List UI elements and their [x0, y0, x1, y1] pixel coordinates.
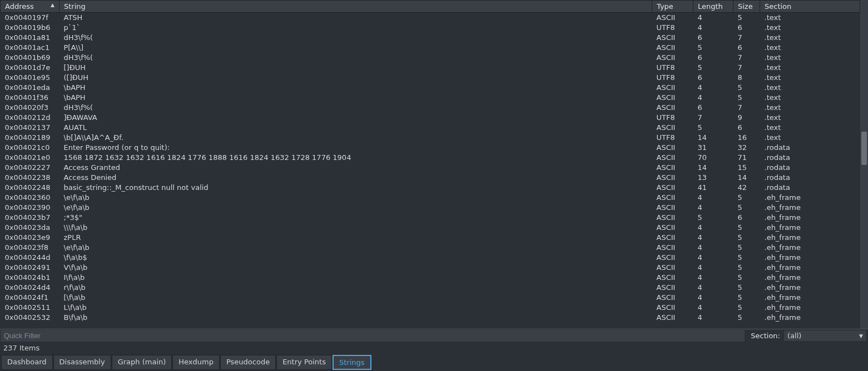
cell-addr: 0x004021c0: [1, 143, 59, 153]
cell-size: 15: [733, 163, 760, 173]
table-row[interactable]: 0x0040244d\f\a\b$ASCII45.eh_frame: [1, 253, 860, 263]
cell-len: 5: [693, 123, 733, 133]
tab-hexdump[interactable]: Hexdump: [172, 355, 220, 370]
cell-type: ASCII: [652, 263, 693, 273]
cell-str: AUATL: [59, 123, 652, 133]
tab-strings[interactable]: Strings: [333, 355, 371, 370]
cell-sec: .text: [760, 103, 860, 113]
table-row[interactable]: 0x00402227Access GrantedASCII1415.rodata: [1, 163, 860, 173]
cell-size: 5: [733, 203, 760, 213]
table-row[interactable]: 0x00401f36\bAPHASCII45.text: [1, 93, 860, 103]
table-row[interactable]: 0x00401a81dH3\f%(ASCII67.text: [1, 33, 860, 43]
vertical-scrollbar[interactable]: [860, 0, 868, 329]
table-row[interactable]: 0x00401ac1P[A\\]ASCII56.text: [1, 43, 860, 53]
cell-addr: 0x00401b69: [1, 53, 59, 63]
col-header-address[interactable]: Address ▲: [1, 1, 59, 13]
cell-len: 14: [693, 163, 733, 173]
cell-type: ASCII: [652, 183, 693, 193]
table-row[interactable]: 0x004023e9zPLRASCII45.eh_frame: [1, 233, 860, 243]
table-row[interactable]: 0x00402137AUATLASCII56.text: [1, 123, 860, 133]
table-row[interactable]: 0x004023b7;*3$"ASCII56.eh_frame: [1, 213, 860, 223]
cell-addr: 0x004024f1: [1, 293, 59, 303]
tab-disassembly[interactable]: Disassembly: [53, 355, 111, 370]
table-row[interactable]: 0x004021c0Enter Password (or q to quit):…: [1, 143, 860, 153]
tab-pseudocode[interactable]: Pseudocode: [220, 355, 276, 370]
cell-len: 4: [693, 13, 733, 23]
table-row[interactable]: 0x004021e01568 1872 1632 1632 1616 1824 …: [1, 153, 860, 163]
cell-str: L\f\a\b: [59, 303, 652, 313]
table-row[interactable]: 0x004019b6p`1`UTF846.text: [1, 23, 860, 33]
cell-sec: .eh_frame: [760, 203, 860, 213]
col-header-size[interactable]: Size: [733, 1, 760, 13]
col-header-section[interactable]: Section: [760, 1, 860, 13]
col-header-label: Section: [765, 2, 791, 11]
table-row[interactable]: 0x00402189\b[]A\\A]A^A_Đf.UTF81416.text: [1, 133, 860, 143]
cell-addr: 0x0040212d: [1, 113, 59, 123]
cell-size: 5: [733, 233, 760, 243]
section-filter-select[interactable]: (all) ▼: [783, 330, 867, 342]
table-row[interactable]: 0x004024d4r\f\a\bASCII45.eh_frame: [1, 283, 860, 293]
cell-size: 5: [733, 93, 760, 103]
col-header-label: Address: [5, 2, 34, 11]
filter-bar: Section: (all) ▼: [0, 329, 868, 342]
table-row[interactable]: 0x00401e95([]ĐUHUTF868.text: [1, 73, 860, 83]
section-filter-label: Section:: [745, 332, 783, 340]
col-header-label: Length: [698, 2, 723, 11]
cell-str: V\f\a\b: [59, 263, 652, 273]
cell-size: 6: [733, 43, 760, 53]
cell-size: 7: [733, 33, 760, 43]
cell-len: 6: [693, 53, 733, 63]
table-scroll[interactable]: Address ▲ String Type Length Size Sectio…: [0, 0, 860, 329]
cell-size: 16: [733, 133, 760, 143]
tab-graph-main-[interactable]: Graph (main): [112, 355, 172, 370]
table-row[interactable]: 0x00402491V\f\a\bASCII45.eh_frame: [1, 263, 860, 273]
cell-len: 4: [693, 203, 733, 213]
table-row[interactable]: 0x004023f8\e\f\a\bASCII45.eh_frame: [1, 243, 860, 253]
table-row[interactable]: 0x00402511L\f\a\bASCII45.eh_frame: [1, 303, 860, 313]
cell-size: 8: [733, 73, 760, 83]
table-row[interactable]: 0x00401eda\bAPHASCII45.text: [1, 83, 860, 93]
table-row[interactable]: 0x004024b1I\f\a\bASCII45.eh_frame: [1, 273, 860, 283]
cell-str: P[A\\]: [59, 43, 652, 53]
table-row[interactable]: 0x004023da\\\f\a\bASCII45.eh_frame: [1, 223, 860, 233]
table-row[interactable]: 0x00402532B\f\a\bASCII45.eh_frame: [1, 313, 860, 323]
cell-addr: 0x004023da: [1, 223, 59, 233]
section-filter-value: (all): [787, 332, 801, 340]
table-row[interactable]: 0x0040197fATSHASCII45.text: [1, 13, 860, 23]
cell-addr: 0x00402511: [1, 303, 59, 313]
cell-size: 5: [733, 83, 760, 93]
cell-str: r\f\a\b: [59, 283, 652, 293]
col-header-type[interactable]: Type: [652, 1, 693, 13]
cell-sec: .rodata: [760, 173, 860, 183]
table-row[interactable]: 0x0040212d]ĐAWAVAUTF879.text: [1, 113, 860, 123]
cell-size: 5: [733, 253, 760, 263]
table-row[interactable]: 0x00401b69dH3\f%(ASCII67.text: [1, 53, 860, 63]
cell-str: []ĐUH: [59, 63, 652, 73]
table-row[interactable]: 0x00402238Access DeniedASCII1314.rodata: [1, 173, 860, 183]
table-row[interactable]: 0x004024f1[\f\a\bASCII45.eh_frame: [1, 293, 860, 303]
table-row[interactable]: 0x00402360\e\f\a\bASCII45.eh_frame: [1, 193, 860, 203]
cell-addr: 0x00401ac1: [1, 43, 59, 53]
cell-size: 5: [733, 13, 760, 23]
scrollbar-thumb[interactable]: [861, 132, 867, 165]
cell-len: 4: [693, 23, 733, 33]
table-row[interactable]: 0x00402248basic_string::_M_construct nul…: [1, 183, 860, 193]
cell-type: UTF8: [652, 113, 693, 123]
cell-type: ASCII: [652, 173, 693, 183]
cell-len: 31: [693, 143, 733, 153]
col-header-length[interactable]: Length: [693, 1, 733, 13]
quick-filter-input[interactable]: [0, 329, 745, 342]
tab-dashboard[interactable]: Dashboard: [1, 355, 53, 370]
col-header-string[interactable]: String: [59, 1, 652, 13]
cell-addr: 0x00402227: [1, 163, 59, 173]
table-row[interactable]: 0x004020f3dH3\f%(ASCII67.text: [1, 103, 860, 113]
cell-str: dH3\f%(: [59, 103, 652, 113]
table-row[interactable]: 0x00402390\e\f\a\bASCII45.eh_frame: [1, 203, 860, 213]
cell-sec: .rodata: [760, 153, 860, 163]
cell-len: 7: [693, 113, 733, 123]
cell-len: 5: [693, 213, 733, 223]
tab-entry-points[interactable]: Entry Points: [276, 355, 332, 370]
cell-addr: 0x00401d7e: [1, 63, 59, 73]
table-row[interactable]: 0x00401d7e[]ĐUHUTF857.text: [1, 63, 860, 73]
cell-addr: 0x004023e9: [1, 233, 59, 243]
